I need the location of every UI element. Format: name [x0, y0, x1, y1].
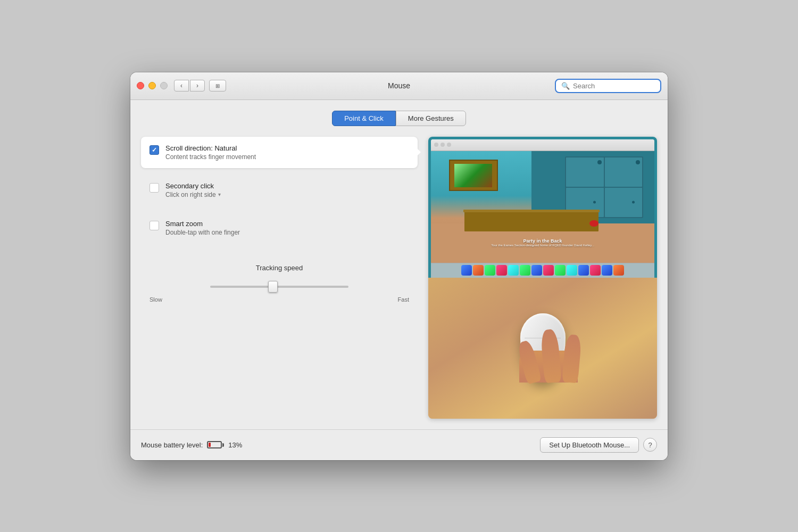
safari-window: Party in the Back Tour the Eames Section…	[431, 139, 654, 278]
tab-more-gestures[interactable]: More Gestures	[396, 111, 466, 126]
bluetooth-setup-button[interactable]: Set Up Bluetooth Mouse...	[540, 437, 639, 453]
hand	[509, 303, 594, 383]
dock-icon-11	[578, 265, 589, 276]
dock-icon-1	[461, 265, 472, 276]
safari-dot-1	[434, 143, 438, 147]
cabinet-knob-top-2	[636, 160, 640, 164]
dock-icon-7	[531, 265, 542, 276]
smart-zoom-text: Smart zoom Double-tap with one finger	[165, 220, 240, 236]
tracking-speed-slider[interactable]	[210, 286, 348, 288]
mouse-group	[520, 313, 566, 383]
battery-label: Mouse battery level:	[141, 441, 203, 449]
dock-icon-13	[602, 265, 612, 276]
secondary-click-dropdown[interactable]: Click on right side ▾	[165, 191, 221, 198]
dresser-top	[463, 210, 600, 212]
smart-zoom-checkbox[interactable]	[149, 221, 159, 230]
dock-icon-14	[613, 265, 624, 276]
preview-bottom	[428, 278, 657, 419]
window-title: Mouse	[388, 81, 410, 90]
magic-mouse	[520, 313, 566, 383]
smart-zoom-title: Smart zoom	[165, 220, 240, 228]
tracking-section: Tracking speed Slow Fast	[141, 255, 418, 311]
dock-icon-9	[555, 265, 566, 276]
chevron-down-icon: ▾	[218, 192, 221, 197]
cabinet-door-2	[605, 157, 643, 187]
picture-frame	[449, 160, 498, 191]
dock-icon-10	[567, 265, 577, 276]
back-icon: ‹	[180, 82, 182, 89]
slider-labels: Slow Fast	[149, 296, 409, 303]
scroll-direction-title: Scroll direction: Natural	[165, 144, 256, 152]
main-panel: ✓ Scroll direction: Natural Content trac…	[141, 137, 657, 419]
search-box[interactable]: 🔍	[555, 79, 661, 93]
cabinet	[565, 156, 643, 218]
battery-icon	[207, 441, 224, 448]
bottom-bar: Mouse battery level: 13% Set Up Bluetoot…	[130, 429, 668, 460]
party-subtitle: Tour the Eames Section-designed home of …	[491, 244, 594, 247]
picture-inner	[454, 164, 492, 187]
grid-button[interactable]: ⊞	[209, 80, 226, 92]
system-preferences-window: ‹ › ⊞ Mouse 🔍 Point & Click More Gesture…	[130, 72, 668, 460]
safari-dot-2	[440, 143, 445, 147]
tab-point-click[interactable]: Point & Click	[332, 111, 396, 126]
tracking-title: Tracking speed	[256, 264, 303, 272]
secondary-click-dropdown-label: Click on right side	[165, 191, 216, 198]
dresser	[464, 211, 598, 231]
dock-icon-6	[520, 265, 530, 276]
safari-toolbar	[431, 139, 654, 151]
secondary-click-text: Secondary click Click on right side ▾	[165, 182, 221, 198]
preview-top: Party in the Back Tour the Eames Section…	[428, 137, 657, 278]
forward-button[interactable]: ›	[190, 80, 205, 92]
party-banner: Party in the Back Tour the Eames Section…	[491, 238, 594, 247]
cabinet-knob-3	[593, 201, 596, 204]
forward-icon: ›	[196, 82, 198, 89]
dock-icon-4	[496, 265, 507, 276]
room-background: Party in the Back Tour the Eames Section…	[431, 151, 654, 263]
titlebar: ‹ › ⊞ Mouse 🔍	[130, 72, 668, 100]
smart-zoom-row: Smart zoom Double-tap with one finger	[141, 212, 418, 244]
scroll-direction-checkbox[interactable]: ✓	[149, 145, 159, 155]
party-title: Party in the Back	[491, 238, 594, 244]
cabinet-knob-top	[597, 160, 602, 164]
dock-icon-12	[590, 265, 601, 276]
battery-body	[207, 441, 222, 448]
finger-3	[562, 334, 582, 383]
content-area: Point & Click More Gestures ✓ Scroll dir…	[130, 100, 668, 429]
cabinet-door-4	[605, 188, 643, 217]
close-button[interactable]	[137, 82, 144, 89]
maximize-button[interactable]	[160, 82, 168, 89]
traffic-lights	[137, 82, 168, 89]
dock-icon-3	[485, 265, 495, 276]
preview-area: Party in the Back Tour the Eames Section…	[428, 137, 657, 419]
fast-label: Fast	[398, 296, 409, 303]
slow-label: Slow	[149, 296, 162, 303]
room-image: Party in the Back Tour the Eames Section…	[431, 151, 654, 263]
cabinet-door-1	[566, 157, 604, 187]
smart-zoom-subtitle: Double-tap with one finger	[165, 229, 240, 236]
safari-dot-3	[447, 143, 451, 147]
bottom-buttons: Set Up Bluetooth Mouse... ?	[540, 437, 657, 453]
search-input[interactable]	[573, 82, 655, 90]
dock-icon-5	[508, 265, 519, 276]
slider-container	[210, 280, 348, 290]
scroll-direction-row: ✓ Scroll direction: Natural Content trac…	[141, 137, 418, 168]
grid-icon: ⊞	[215, 83, 220, 89]
help-button[interactable]: ?	[643, 438, 657, 452]
dock-icon-2	[473, 265, 484, 276]
safari-dock	[431, 263, 654, 278]
battery-fill	[209, 443, 210, 447]
cabinet-knob-4	[632, 201, 635, 204]
safari-content: Party in the Back Tour the Eames Section…	[431, 151, 654, 278]
battery-info: Mouse battery level: 13%	[141, 441, 242, 449]
secondary-click-checkbox[interactable]	[149, 183, 159, 193]
tabs-container: Point & Click More Gestures	[141, 111, 657, 126]
secondary-click-row: Secondary click Click on right side ▾	[141, 174, 418, 206]
battery-percent: 13%	[228, 441, 242, 449]
checkmark-icon: ✓	[152, 147, 157, 153]
minimize-button[interactable]	[148, 82, 156, 89]
battery-tip	[222, 443, 224, 447]
secondary-click-title: Secondary click	[165, 182, 221, 190]
back-button[interactable]: ‹	[174, 80, 189, 92]
dock-icon-8	[543, 265, 554, 276]
search-icon: 🔍	[561, 82, 570, 90]
